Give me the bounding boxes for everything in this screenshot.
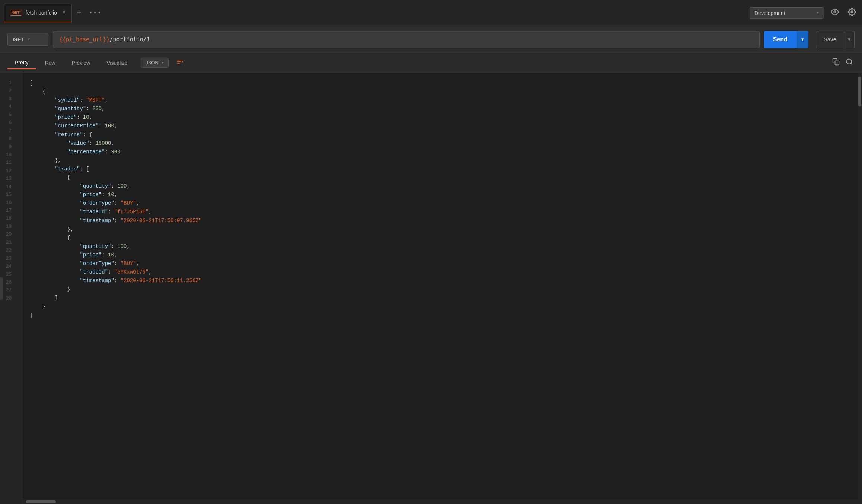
code-line: "value": 18000, — [30, 139, 855, 148]
code-line: } — [30, 302, 855, 311]
environment-selector[interactable]: Development ▾ — [750, 7, 824, 19]
save-button-label: Save — [824, 36, 836, 42]
copy-icon[interactable] — [831, 57, 841, 69]
tab-bar: GET fetch portfolio × + ••• Development … — [0, 0, 862, 26]
environment-arrow-icon: ▾ — [817, 10, 819, 16]
code-line: "price": 10, — [30, 251, 855, 259]
code-line: "quantity": 200, — [30, 105, 855, 113]
search-icon[interactable] — [844, 57, 855, 69]
method-arrow-icon: ▾ — [28, 36, 30, 42]
left-panel-handle[interactable] — [0, 277, 3, 300]
code-line: "orderType": "BUY", — [30, 199, 855, 208]
code-line: [ — [30, 79, 855, 87]
code-line: "currentPrice": 100, — [30, 122, 855, 130]
code-line: ] — [30, 294, 855, 302]
code-line: "timestamp": "2020-06-21T17:50:07.965Z" — [30, 217, 855, 225]
code-line: } — [30, 285, 855, 294]
save-dropdown-arrow-icon: ▾ — [848, 36, 850, 42]
code-line: "trades": [ — [30, 165, 855, 173]
code-line: { — [30, 87, 855, 96]
send-button-label: Send — [773, 36, 788, 43]
send-button[interactable]: Send — [764, 31, 796, 48]
method-selector[interactable]: GET ▾ — [7, 33, 48, 46]
environment-label: Development — [754, 10, 814, 16]
code-line: }, — [30, 225, 855, 234]
code-line: "price": 10, — [30, 113, 855, 122]
code-line: { — [30, 234, 855, 242]
new-tab-button[interactable]: + — [73, 8, 84, 17]
save-button-group: Save ▾ — [816, 31, 855, 48]
code-line: ] — [30, 311, 855, 320]
top-right-controls: Development ▾ — [750, 6, 858, 20]
save-button[interactable]: Save — [816, 31, 844, 48]
response-tabs-bar: Pretty Raw Preview Visualize JSON ▾ — [0, 53, 862, 73]
wrap-lines-icon[interactable] — [173, 57, 186, 69]
code-line: "price": 10, — [30, 191, 855, 199]
horizontal-scrollbar-thumb[interactable] — [26, 500, 56, 503]
url-bar: GET ▾ {{pt_base_url}}/portfolio/1 Send ▾… — [0, 26, 862, 53]
save-dropdown-button[interactable]: ▾ — [844, 31, 855, 48]
code-line: "tradeId": "eYKxwOt75", — [30, 268, 855, 277]
tab-visualize[interactable]: Visualize — [99, 57, 135, 69]
svg-line-7 — [851, 63, 852, 65]
code-content[interactable]: [ { "symbol": "MSFT", "quantity": 200, "… — [22, 73, 862, 504]
url-input[interactable]: {{pt_base_url}}/portfolio/1 — [53, 31, 760, 48]
code-line: "returns": { — [30, 131, 855, 139]
code-line: }, — [30, 156, 855, 165]
send-dropdown-arrow-icon: ▾ — [801, 36, 804, 42]
tab-close-button[interactable]: × — [62, 9, 66, 16]
format-arrow-icon: ▾ — [162, 60, 164, 65]
tab-raw[interactable]: Raw — [38, 57, 63, 69]
format-label: JSON — [146, 60, 159, 66]
tab-method-badge: GET — [10, 10, 22, 16]
active-tab[interactable]: GET fetch portfolio × — [4, 4, 72, 22]
horizontal-scrollbar[interactable] — [22, 500, 858, 504]
svg-point-1 — [851, 11, 853, 13]
code-line: "quantity": 100, — [30, 182, 855, 191]
format-selector[interactable]: JSON ▾ — [141, 58, 169, 68]
svg-point-6 — [847, 59, 852, 64]
response-toolbar-right — [831, 57, 855, 69]
tab-pretty[interactable]: Pretty — [7, 57, 36, 69]
code-line: { — [30, 173, 855, 182]
send-button-group: Send ▾ — [764, 31, 808, 48]
tab-name: fetch portfolio — [26, 10, 57, 16]
tab-preview[interactable]: Preview — [64, 57, 98, 69]
code-line: "timestamp": "2020-06-21T17:50:11.256Z" — [30, 277, 855, 285]
url-path-part: /portfolio/1 — [109, 36, 150, 43]
eye-icon[interactable] — [829, 6, 841, 20]
svg-rect-5 — [835, 61, 839, 65]
code-line: "percentage": 900 — [30, 148, 855, 156]
settings-icon[interactable] — [846, 6, 858, 20]
vertical-scrollbar[interactable] — [858, 73, 862, 504]
vertical-scrollbar-thumb[interactable] — [858, 77, 861, 106]
method-label: GET — [13, 36, 25, 42]
code-view: 1234567891011121314151617181920212223242… — [0, 73, 862, 504]
send-dropdown-button[interactable]: ▾ — [796, 31, 808, 48]
line-numbers: 1234567891011121314151617181920212223242… — [0, 73, 22, 504]
more-tabs-button[interactable]: ••• — [86, 10, 105, 16]
code-line: "quantity": 100, — [30, 242, 855, 251]
code-line: "tradeId": "fL7J5P15E", — [30, 208, 855, 216]
code-line: "symbol": "MSFT", — [30, 96, 855, 105]
code-line: "orderType": "BUY", — [30, 259, 855, 268]
url-variable-part: {{pt_base_url}} — [59, 36, 109, 43]
svg-point-0 — [834, 11, 836, 13]
